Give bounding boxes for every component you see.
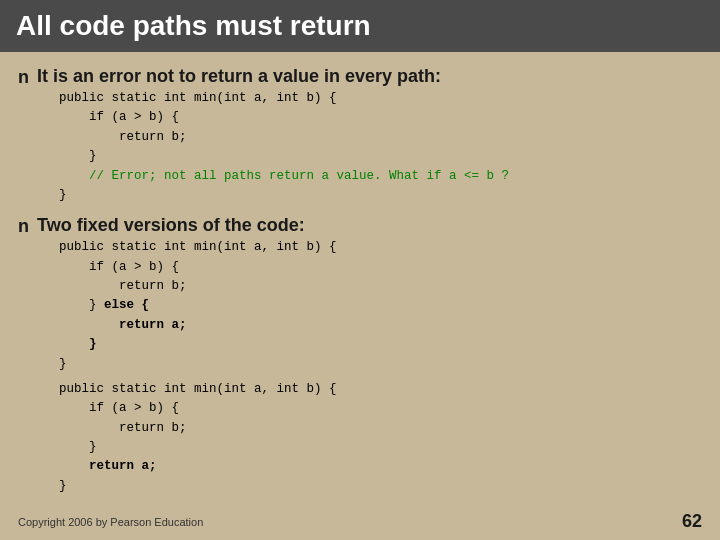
code-2a-line-3: return b; bbox=[59, 277, 337, 296]
bullet-1-marker: n bbox=[18, 67, 29, 88]
title-bar: All code paths must return bbox=[0, 0, 720, 52]
code-2a-line-4: } else { bbox=[59, 296, 337, 315]
code-2b-line-3: return b; bbox=[59, 419, 337, 438]
slide-footer: Copyright 2006 by Pearson Education 62 bbox=[18, 511, 702, 532]
code-block-1: public static int min(int a, int b) { if… bbox=[59, 89, 509, 205]
bullet-1-text: It is an error not to return a value in … bbox=[37, 66, 441, 86]
bullet-2-marker: n bbox=[18, 216, 29, 237]
code-1-line-4: } bbox=[59, 147, 509, 166]
code-2b-line-1: public static int min(int a, int b) { bbox=[59, 380, 337, 399]
code-1-line-5: // Error; not all paths return a value. … bbox=[59, 167, 509, 186]
code-2b-line-5: return a; bbox=[59, 457, 337, 476]
code-2a-line-2: if (a > b) { bbox=[59, 258, 337, 277]
code-1-line-3: return b; bbox=[59, 128, 509, 147]
code-2a-line-1: public static int min(int a, int b) { bbox=[59, 238, 337, 257]
code-2b-line-2: if (a > b) { bbox=[59, 399, 337, 418]
copyright-text: Copyright 2006 by Pearson Education bbox=[18, 516, 203, 528]
bullet-1-section: n It is an error not to return a value i… bbox=[18, 66, 702, 205]
bullet-2-text: Two fixed versions of the code: bbox=[37, 215, 305, 235]
slide-content: n It is an error not to return a value i… bbox=[0, 66, 720, 496]
code-2a-line-6: } bbox=[59, 335, 337, 354]
code-2a-line-5: return a; bbox=[59, 316, 337, 335]
code-2b-line-6: } bbox=[59, 477, 337, 496]
bullet-1-body: It is an error not to return a value in … bbox=[37, 66, 509, 205]
code-block-2a: public static int min(int a, int b) { if… bbox=[59, 238, 337, 374]
code-1-line-6: } bbox=[59, 186, 509, 205]
bullet-2-section: n Two fixed versions of the code: public… bbox=[18, 215, 702, 496]
page-number: 62 bbox=[682, 511, 702, 532]
slide-title: All code paths must return bbox=[16, 10, 700, 42]
code-2a-line-7: } bbox=[59, 355, 337, 374]
bullet-2-body: Two fixed versions of the code: public s… bbox=[37, 215, 337, 496]
code-block-2b: public static int min(int a, int b) { if… bbox=[59, 380, 337, 496]
code-1-line-1: public static int min(int a, int b) { bbox=[59, 89, 509, 108]
code-1-line-2: if (a > b) { bbox=[59, 108, 509, 127]
code-2b-line-4: } bbox=[59, 438, 337, 457]
slide: All code paths must return n It is an er… bbox=[0, 0, 720, 540]
